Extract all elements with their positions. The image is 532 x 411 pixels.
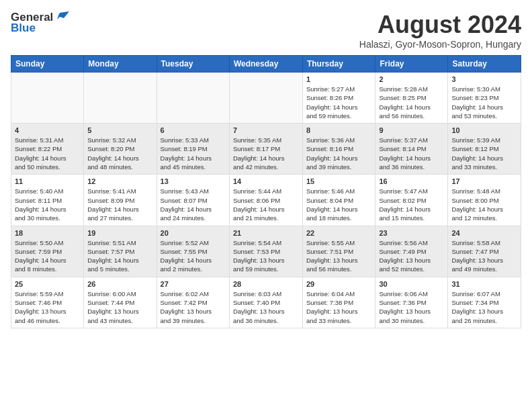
cell-text: Daylight: 13 hours <box>233 307 299 316</box>
col-header-sunday: Sunday <box>11 56 84 73</box>
calendar-cell: 10Sunrise: 5:39 AMSunset: 8:12 PMDayligh… <box>448 124 521 175</box>
cell-text: Daylight: 14 hours <box>87 256 152 265</box>
cell-text: Daylight: 14 hours <box>451 154 517 163</box>
cell-text: and 27 minutes. <box>87 214 152 222</box>
cell-text: Sunrise: 5:30 AM <box>451 85 517 93</box>
cell-text: Sunset: 8:23 PM <box>451 93 517 102</box>
day-number: 19 <box>87 229 152 237</box>
day-number: 10 <box>451 126 517 134</box>
day-number: 21 <box>233 229 299 237</box>
day-number: 26 <box>87 280 152 288</box>
calendar-cell: 5Sunrise: 5:32 AMSunset: 8:20 PMDaylight… <box>84 124 157 175</box>
cell-text: Daylight: 13 hours <box>306 307 372 316</box>
day-number: 7 <box>233 126 299 134</box>
cell-text: Daylight: 14 hours <box>15 205 80 214</box>
calendar-cell: 11Sunrise: 5:40 AMSunset: 8:11 PMDayligh… <box>11 175 84 226</box>
day-number: 30 <box>379 280 444 288</box>
cell-text: Sunrise: 5:58 AM <box>451 238 517 247</box>
cell-text: Daylight: 14 hours <box>306 154 372 163</box>
day-number: 13 <box>161 177 226 185</box>
day-number: 14 <box>233 177 299 185</box>
cell-text: Daylight: 14 hours <box>233 205 299 214</box>
cell-text: Sunset: 7:51 PM <box>306 247 372 256</box>
calendar-cell: 16Sunrise: 5:47 AMSunset: 8:02 PMDayligh… <box>375 175 448 226</box>
day-number: 27 <box>161 280 226 288</box>
cell-text: and 15 minutes. <box>379 214 444 222</box>
cell-text: and 21 minutes. <box>233 214 299 222</box>
calendar-cell: 25Sunrise: 5:59 AMSunset: 7:46 PMDayligh… <box>11 277 84 328</box>
cell-text: Sunrise: 5:32 AM <box>87 136 152 144</box>
cell-text: Sunrise: 5:28 AM <box>379 85 444 93</box>
calendar-week-row: 25Sunrise: 5:59 AMSunset: 7:46 PMDayligh… <box>11 277 521 328</box>
calendar-cell: 1Sunrise: 5:27 AMSunset: 8:26 PMDaylight… <box>302 73 375 124</box>
cell-text: Daylight: 13 hours <box>451 256 517 265</box>
day-number: 5 <box>87 126 152 134</box>
col-header-saturday: Saturday <box>448 56 521 73</box>
cell-text: Sunrise: 5:47 AM <box>379 187 444 195</box>
calendar-cell: 18Sunrise: 5:50 AMSunset: 7:59 PMDayligh… <box>11 226 84 277</box>
cell-text: Sunrise: 5:59 AM <box>15 289 80 298</box>
cell-text: and 26 minutes. <box>451 316 517 325</box>
cell-text: Sunset: 7:38 PM <box>306 298 372 307</box>
cell-text: and 49 minutes. <box>451 265 517 273</box>
cell-text: Sunrise: 5:46 AM <box>306 187 372 195</box>
cell-text: Sunrise: 6:02 AM <box>161 289 226 298</box>
day-number: 28 <box>233 280 299 288</box>
day-number: 11 <box>15 177 80 185</box>
calendar-cell: 19Sunrise: 5:51 AMSunset: 7:57 PMDayligh… <box>84 226 157 277</box>
cell-text: Sunrise: 5:37 AM <box>379 136 444 144</box>
cell-text: Sunset: 7:57 PM <box>87 247 152 256</box>
cell-text: Sunrise: 6:06 AM <box>379 289 444 298</box>
cell-text: Daylight: 14 hours <box>451 205 517 214</box>
logo: General Blue <box>11 11 69 35</box>
calendar-cell: 28Sunrise: 6:03 AMSunset: 7:40 PMDayligh… <box>229 277 302 328</box>
cell-text: Sunset: 8:20 PM <box>87 144 152 153</box>
cell-text: Sunrise: 5:55 AM <box>306 238 372 247</box>
calendar-cell: 30Sunrise: 6:06 AMSunset: 7:36 PMDayligh… <box>375 277 448 328</box>
cell-text: Sunset: 8:11 PM <box>15 196 80 205</box>
cell-text: Daylight: 13 hours <box>379 256 444 265</box>
cell-text: Daylight: 13 hours <box>451 307 517 316</box>
calendar-week-row: 18Sunrise: 5:50 AMSunset: 7:59 PMDayligh… <box>11 226 521 277</box>
cell-text: Daylight: 14 hours <box>306 205 372 214</box>
cell-text: and 33 minutes. <box>306 316 372 325</box>
calendar-cell: 3Sunrise: 5:30 AMSunset: 8:23 PMDaylight… <box>448 73 521 124</box>
cell-text: Sunset: 7:34 PM <box>451 298 517 307</box>
cell-text: and 36 minutes. <box>233 316 299 325</box>
calendar-cell: 21Sunrise: 5:54 AMSunset: 7:53 PMDayligh… <box>229 226 302 277</box>
day-number: 23 <box>379 229 444 237</box>
cell-text: and 24 minutes. <box>161 214 226 222</box>
calendar-week-row: 4Sunrise: 5:31 AMSunset: 8:22 PMDaylight… <box>11 124 521 175</box>
calendar-cell <box>157 73 229 124</box>
calendar-cell: 24Sunrise: 5:58 AMSunset: 7:47 PMDayligh… <box>448 226 521 277</box>
col-header-wednesday: Wednesday <box>229 56 302 73</box>
day-number: 16 <box>379 177 444 185</box>
calendar-cell: 12Sunrise: 5:41 AMSunset: 8:09 PMDayligh… <box>84 175 157 226</box>
calendar-cell: 9Sunrise: 5:37 AMSunset: 8:14 PMDaylight… <box>375 124 448 175</box>
day-number: 20 <box>161 229 226 237</box>
cell-text: Daylight: 14 hours <box>161 256 226 265</box>
cell-text: Sunset: 7:42 PM <box>161 298 226 307</box>
cell-text: and 33 minutes. <box>451 163 517 171</box>
cell-text: Sunset: 7:44 PM <box>87 298 152 307</box>
calendar-week-row: 11Sunrise: 5:40 AMSunset: 8:11 PMDayligh… <box>11 175 521 226</box>
calendar-cell: 29Sunrise: 6:04 AMSunset: 7:38 PMDayligh… <box>302 277 375 328</box>
cell-text: Sunrise: 5:48 AM <box>451 187 517 195</box>
cell-text: Sunset: 7:55 PM <box>161 247 226 256</box>
cell-text: Sunset: 8:09 PM <box>87 196 152 205</box>
calendar-cell: 6Sunrise: 5:33 AMSunset: 8:19 PMDaylight… <box>157 124 229 175</box>
col-header-thursday: Thursday <box>302 56 375 73</box>
calendar-cell <box>11 73 84 124</box>
cell-text: Sunrise: 6:00 AM <box>87 289 152 298</box>
cell-text: and 56 minutes. <box>306 265 372 273</box>
cell-text: Daylight: 13 hours <box>379 307 444 316</box>
cell-text: Sunrise: 5:35 AM <box>233 136 299 144</box>
day-number: 31 <box>451 280 517 288</box>
location: Halaszi, Gyor-Moson-Sopron, Hungary <box>359 39 521 50</box>
calendar-table: SundayMondayTuesdayWednesdayThursdayFrid… <box>11 55 521 328</box>
cell-text: Sunrise: 5:54 AM <box>233 238 299 247</box>
cell-text: and 5 minutes. <box>87 265 152 273</box>
cell-text: Sunrise: 5:31 AM <box>15 136 80 144</box>
cell-text: Sunset: 8:14 PM <box>379 144 444 153</box>
day-number: 6 <box>161 126 226 134</box>
